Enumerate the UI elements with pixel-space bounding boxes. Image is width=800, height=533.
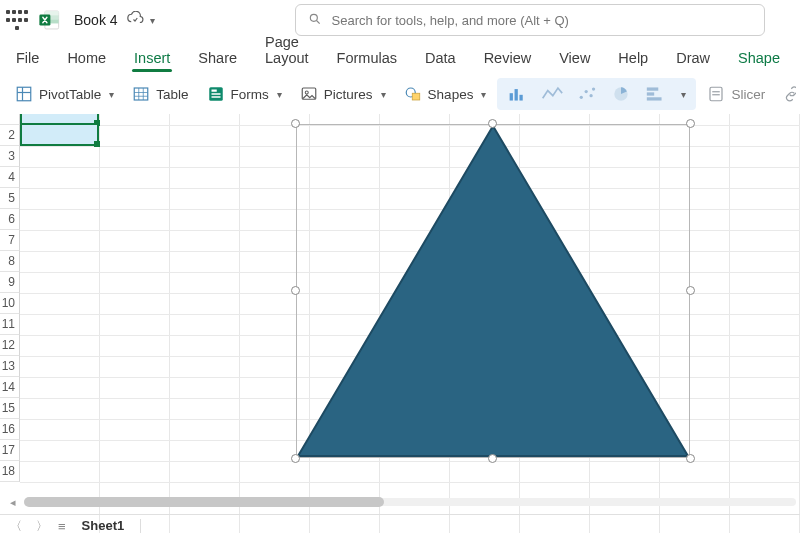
tab-formulas[interactable]: Formulas	[323, 44, 411, 74]
row-header[interactable]: 6	[0, 209, 20, 230]
sheet-tab-bar: 〈 〉 ≡ Sheet1	[0, 514, 800, 533]
tab-shape[interactable]: Shape	[724, 44, 794, 74]
row-header[interactable]: 8	[0, 251, 20, 272]
forms-icon	[207, 85, 225, 103]
tab-insert[interactable]: Insert	[120, 44, 184, 74]
forms-button[interactable]: Forms ▾	[200, 81, 289, 107]
active-cell[interactable]	[20, 125, 99, 146]
search-input[interactable]: Search for tools, help, and more (Alt + …	[295, 4, 765, 36]
all-sheets-icon[interactable]: ≡	[58, 519, 66, 533]
svg-rect-34	[647, 97, 662, 100]
cell-area[interactable]	[20, 114, 800, 533]
horizontal-scrollbar[interactable]: ◂	[18, 496, 796, 508]
tab-page-layout[interactable]: Page Layout	[251, 28, 323, 74]
pictures-icon	[300, 85, 318, 103]
sheet-nav-prev-icon[interactable]: 〈	[6, 516, 26, 533]
pivot-table-icon	[15, 85, 33, 103]
shape-selection[interactable]	[296, 124, 690, 458]
svg-point-28	[585, 90, 588, 93]
row-header[interactable]: 16	[0, 419, 20, 440]
excel-app-icon	[38, 9, 60, 31]
svg-rect-24	[510, 93, 513, 100]
resize-handle-icon[interactable]	[686, 119, 695, 128]
pie-chart-button[interactable]	[605, 80, 637, 108]
bar-chart-button[interactable]	[639, 81, 671, 107]
scroll-left-icon[interactable]: ◂	[6, 496, 20, 508]
row-header[interactable]: 12	[0, 335, 20, 356]
resize-handle-icon[interactable]	[686, 286, 695, 295]
svg-point-27	[580, 96, 583, 99]
comments-icon[interactable]	[794, 40, 800, 74]
tab-help[interactable]: Help	[604, 44, 662, 74]
tab-view[interactable]: View	[545, 44, 604, 74]
line-chart-icon	[541, 85, 563, 103]
resize-handle-icon[interactable]	[488, 454, 497, 463]
resize-handle-icon[interactable]	[488, 119, 497, 128]
table-button[interactable]: Table	[125, 81, 195, 107]
row-header[interactable]: 4	[0, 167, 20, 188]
pivot-table-button[interactable]: PivotTable ▾	[8, 81, 121, 107]
slicer-button[interactable]: Slicer	[700, 81, 772, 107]
row-header[interactable]: 18	[0, 461, 20, 482]
column-chart-button[interactable]	[501, 81, 533, 107]
svg-rect-23	[412, 93, 420, 100]
svg-point-21	[305, 91, 308, 94]
row-header[interactable]: 2	[0, 125, 20, 146]
line-chart-button[interactable]	[535, 81, 569, 107]
svg-rect-11	[135, 88, 149, 100]
shapes-icon	[404, 85, 422, 103]
row-header[interactable]: 5	[0, 188, 20, 209]
triangle-shape[interactable]	[296, 124, 690, 458]
link-button[interactable]: Link	[776, 81, 796, 107]
pictures-button[interactable]: Pictures ▾	[293, 81, 393, 107]
svg-rect-8	[17, 87, 31, 101]
tab-file[interactable]: File	[2, 44, 53, 74]
row-header[interactable]: 10	[0, 293, 20, 314]
row-header[interactable]: 3	[0, 146, 20, 167]
resize-handle-icon[interactable]	[291, 454, 300, 463]
svg-point-30	[592, 87, 595, 90]
svg-rect-33	[647, 92, 654, 95]
row-header[interactable]: 9	[0, 272, 20, 293]
sheet-nav-next-icon[interactable]: 〉	[32, 516, 52, 533]
sheet-tab[interactable]: Sheet1	[72, 516, 135, 533]
row-header[interactable]: 14	[0, 377, 20, 398]
row-header[interactable]: 13	[0, 356, 20, 377]
chevron-down-icon: ▾	[381, 89, 386, 100]
tab-home[interactable]: Home	[53, 44, 120, 74]
scatter-chart-button[interactable]	[571, 81, 603, 107]
column-chart-icon	[507, 85, 527, 103]
shapes-button[interactable]: Shapes ▾	[397, 81, 494, 107]
row-header[interactable]	[0, 114, 20, 125]
svg-rect-35	[710, 87, 722, 101]
title-bar: Book 4 ▾ Search for tools, help, and mor…	[0, 0, 800, 40]
tab-review[interactable]: Review	[470, 44, 546, 74]
tab-draw[interactable]: Draw	[662, 44, 724, 74]
resize-handle-icon[interactable]	[291, 119, 300, 128]
row-header[interactable]: 11	[0, 314, 20, 335]
more-charts-button[interactable]: ▾	[673, 85, 692, 104]
title-dropdown-icon[interactable]: ▾	[150, 15, 155, 26]
resize-handle-icon[interactable]	[686, 454, 695, 463]
workbook-title[interactable]: Book 4	[74, 12, 118, 28]
row-headers: 2 3 4 5 6 7 8 9 10 11 12 13 14 15 16 17 …	[0, 114, 20, 482]
row-header[interactable]: 7	[0, 230, 20, 251]
slicer-icon	[707, 85, 725, 103]
cloud-sync-icon[interactable]	[126, 11, 144, 29]
scroll-thumb[interactable]	[24, 497, 384, 507]
svg-rect-26	[520, 95, 523, 101]
row-header[interactable]: 17	[0, 440, 20, 461]
chart-type-group: ▾	[497, 78, 696, 110]
chevron-down-icon: ▾	[277, 89, 282, 100]
svg-rect-18	[211, 93, 220, 95]
tab-data[interactable]: Data	[411, 44, 470, 74]
tab-share[interactable]: Share	[184, 44, 251, 74]
app-launcher-icon[interactable]	[6, 9, 28, 31]
selected-cell[interactable]	[20, 114, 99, 125]
resize-handle-icon[interactable]	[291, 286, 300, 295]
chevron-down-icon: ▾	[681, 89, 686, 100]
link-icon	[783, 85, 796, 103]
row-header[interactable]: 15	[0, 398, 20, 419]
table-icon	[132, 85, 150, 103]
spreadsheet-grid[interactable]: 2 3 4 5 6 7 8 9 10 11 12 13 14 15 16 17 …	[0, 114, 800, 533]
